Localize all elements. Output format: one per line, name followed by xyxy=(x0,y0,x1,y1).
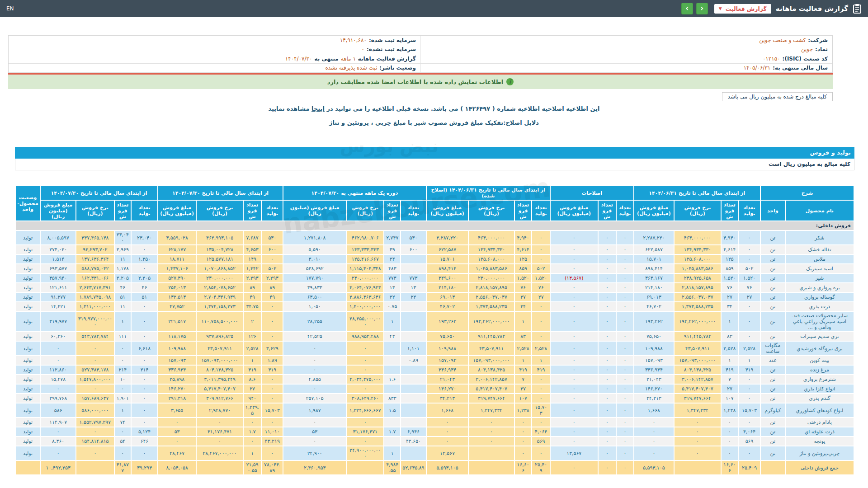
value-cell: ۱۱ xyxy=(114,254,132,264)
value-cell: ۵۳۰ xyxy=(401,230,426,245)
value-cell: ۳۱۹,۷۴۷,۶۶۴ xyxy=(674,394,721,403)
value-cell: ۴۱۹ xyxy=(721,365,739,375)
value-cell: ۱۳۵,۰۰۴,۷۲۸ xyxy=(196,245,243,254)
previous-version-link[interactable]: اینجا xyxy=(311,105,325,112)
value-cell: ۵,۴۱۷,۴۰۷,۴۰۷ xyxy=(468,384,514,394)
value-cell: ۲۳۰,۰۰۰,۰۰۰ xyxy=(346,273,384,283)
value-cell: ۴۱۹ xyxy=(261,365,283,375)
value-cell xyxy=(346,460,384,475)
report-clipboard-icon xyxy=(853,4,862,14)
value-cell: ۳۰۸,۶۴۹,۴۶۰ xyxy=(346,394,384,403)
value-cell: ۵۶۹ xyxy=(532,436,550,446)
value-cell: ۵۱ xyxy=(131,292,158,302)
value-cell: ۲۸,۲۵۵ xyxy=(283,311,346,332)
value-cell: ۲۱۴,۱۸۰ xyxy=(634,283,674,292)
report-period-field: گزارش فعالیت ماهانه ۱ ماهه منتهی به ۱۴۰۴… xyxy=(9,54,420,63)
value-cell: ۰ xyxy=(616,311,634,332)
value-cell: ۰ xyxy=(158,436,196,446)
value-cell: ۰ xyxy=(616,273,634,283)
value-cell: ۱ xyxy=(243,446,262,460)
value-cell: ۲,۸۸۶,۳۶۳,۶۳۶ xyxy=(346,292,384,302)
value-cell: ۰ xyxy=(426,436,468,446)
value-cell: ۵,۵۹۳,۱۰۵ xyxy=(426,460,468,475)
value-cell: ۰ xyxy=(261,394,283,403)
value-cell: ۹۳۷,۸۹۶,۸۲۵ xyxy=(196,332,243,341)
value-cell: ۱۵۷,۰۹۳ xyxy=(426,356,468,365)
nav-back-button[interactable]: › xyxy=(681,3,693,14)
value-cell: ۰ xyxy=(550,230,598,245)
value-cell: ۰ xyxy=(616,341,634,356)
value-cell: ۹۸۸,۹۵۳,۴۸۸ xyxy=(346,332,384,341)
value-cell: ۵,۴۱۷,۴۰۷,۴۰۷ xyxy=(196,384,243,394)
value-cell: ۰ xyxy=(532,418,550,427)
value-cell: ۱۱ xyxy=(114,302,132,311)
value-cell: ۰ xyxy=(243,418,262,427)
value-cell: ۰ xyxy=(346,436,384,446)
value-cell: ۰ xyxy=(550,254,598,264)
value-cell: ۷ xyxy=(721,375,739,384)
value-cell: ۱۲۵,۴۱۶,۶۶۷ xyxy=(346,254,384,264)
report-type-dropdown[interactable]: گزارش فعالیت ▼ xyxy=(714,4,771,14)
value-cell: ۳,۰۰۶,۱۴۲,۸۵۷ xyxy=(674,375,721,384)
value-cell: ۳,۰۰۶,۱۴۲,۸۵۷ xyxy=(468,375,514,384)
value-cell: ۴,۰۶۴ xyxy=(738,427,760,436)
value-cell: ۰ xyxy=(616,230,634,245)
value-cell: ۰ xyxy=(550,341,598,356)
value-cell: ۱۱۱ xyxy=(114,332,132,341)
domestic-sales-section-row: فروش داخلی: xyxy=(15,221,854,230)
value-cell: ۱۹۳,۲۶۲ xyxy=(634,311,674,332)
value-cell: ۱۶,۶۰۶ xyxy=(514,460,532,475)
value-cell: ۱,۳۷۳,۵۸۸,۲۳۵ xyxy=(468,302,514,311)
value-cell: ۲,۹۶۹ xyxy=(114,245,132,254)
page-title: گزارش فعالیت ماهانه xyxy=(776,5,848,13)
amendment-reason: دلایل اصلاح:تفکیک مبلغ فروش مصوب شیر با … xyxy=(0,119,868,126)
value-cell: ۱۷۷,۷۹۰ xyxy=(283,273,346,283)
column-group-one-month: دوره یک ماهه منتهی به ۱۴۰۴/۰۷/۳۰ xyxy=(283,186,426,200)
value-cell: تن xyxy=(760,273,785,283)
value-cell: ۷۵,۶۵۰ xyxy=(426,332,468,341)
value-cell: ۰ xyxy=(674,418,721,427)
value-cell: ۶۲۸,۱۷۷ xyxy=(158,245,196,254)
value-cell: ۰ xyxy=(426,427,468,436)
value-cell: ۰ xyxy=(514,436,532,446)
value-cell: ۱,۰۴۵,۸۸۳,۵۸۶ xyxy=(674,264,721,273)
value-cell: ۱۴۹ xyxy=(243,254,262,264)
value-cell: ۴۱۹ xyxy=(532,365,550,375)
value-cell: تن xyxy=(760,436,785,446)
value-cell: ۲,۴۶۰,۹۵۳ xyxy=(283,460,346,475)
product-name-cell: گوساله پرواري xyxy=(785,292,854,302)
value-cell: ۰ xyxy=(346,418,384,427)
value-cell: ۱۵۷,۰۹۳,۰۰۰,۰۰۰ xyxy=(468,356,514,365)
report-type-dropdown-label: گزارش فعالیت xyxy=(726,5,767,12)
value-cell: ۰ xyxy=(283,418,346,427)
value-cell: ۰ xyxy=(616,264,634,273)
value-cell: ۲۵,۴۰۹ xyxy=(738,460,760,475)
value-cell: ۳,۶۵۵ xyxy=(158,403,196,418)
value-cell: ۰ xyxy=(532,375,550,384)
language-toggle[interactable]: EN xyxy=(6,5,14,12)
value-cell: ۲۴,۹۰۰,۰۰۰,۰۰۰ xyxy=(346,446,384,460)
value-cell: ۱۵۷,۰۹۳,۰۰۰,۰۰۰ xyxy=(196,356,243,365)
nav-forward-button[interactable]: ‹ xyxy=(696,3,708,14)
value-cell: ۰ xyxy=(598,332,617,341)
value-cell xyxy=(401,365,426,375)
value-cell: ۱۲۵,۵۷۷,۱۸۱ xyxy=(196,254,243,264)
value-cell: ۳۸,۴۶۷,۰۰۰,۰۰۰ xyxy=(196,446,243,460)
value-cell: ۵,۴۱۷,۴۰۷,۴۰۷ xyxy=(674,384,721,394)
value-cell: ۸۹۸,۴۱۴ xyxy=(634,264,674,273)
table-row: اسید سیتریکتن۵۰۲۸۵۹۱,۰۴۵,۸۸۳,۵۸۶۸۹۸,۴۱۴۰… xyxy=(15,264,854,273)
value-cell: ۸.۶ xyxy=(243,375,262,384)
info-row: کد صنعت (ISIC): ۰۱۲۱۵۰ گزارش فعالیت ماها… xyxy=(9,54,832,64)
value-cell: ۴۶ xyxy=(114,283,132,292)
value-cell: ۰ xyxy=(674,436,721,446)
value-cell: ۲۲ xyxy=(384,292,401,302)
value-cell: ۴۳,۵۰۷,۹۱۱ xyxy=(196,341,243,356)
value-cell: ۰ xyxy=(283,341,346,356)
value-cell: ۵۸۶,۰۰۰,۰۰۰ xyxy=(76,403,114,418)
value-cell: ۶۲۲,۵۸۷ xyxy=(426,245,468,254)
value-cell: ۵,۵۹۳,۱۰۵ xyxy=(634,460,674,475)
value-cell: ۰ xyxy=(550,332,598,341)
value-cell: ۰ xyxy=(532,311,550,332)
value-cell: ۱,۱۱۵,۳۰۴,۳۴۸ xyxy=(346,264,384,273)
value-cell: ۰ xyxy=(598,384,617,394)
